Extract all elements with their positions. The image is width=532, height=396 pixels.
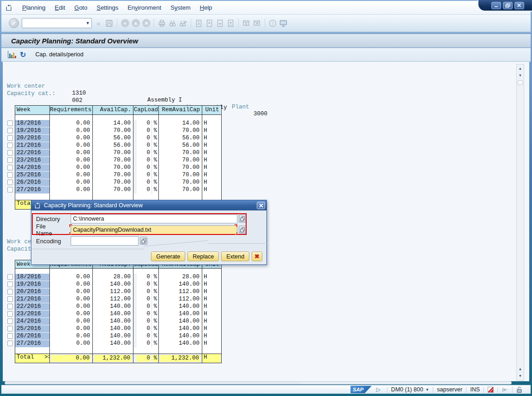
work-center-name: Assembly I [147,97,182,104]
row-select-checkbox[interactable] [7,172,13,178]
row-select-checkbox[interactable] [7,143,13,148]
col-header-availcap[interactable]: AvailCap. [93,106,133,114]
restore-button[interactable] [503,2,513,9]
col-header-unit[interactable]: Unit [202,106,221,114]
menu-item[interactable]: Environment [123,2,166,13]
generate-button[interactable]: Generate [151,252,185,261]
col-header-requirements[interactable]: Requirements [50,106,93,114]
row-select-checkbox[interactable] [7,128,13,133]
row-select-checkbox[interactable] [7,296,13,302]
performance-indicator-icon[interactable] [488,387,494,393]
cell-unit: H [202,135,221,142]
scroll-down-icon[interactable]: ▼ [517,72,524,79]
status-expand-icon[interactable]: ▷ [376,386,381,393]
cell-week: 25/2016 [15,325,50,333]
col-header-week[interactable]: Week [15,106,50,114]
filename-input[interactable]: CapacityPlanningDownload.txt [71,225,237,234]
row-select-checkbox[interactable] [7,180,13,185]
menu-item[interactable]: Help [195,2,217,13]
cap-details-period-button[interactable]: Cap. details/period [32,50,86,59]
system-menu-icon[interactable] [6,5,12,11]
menu-item[interactable]: Planning [18,2,50,13]
back-icon[interactable]: « [120,18,130,28]
horizontal-scrollbar-thumb[interactable] [6,382,301,384]
gui-layout-icon[interactable] [278,18,289,28]
previous-page-icon[interactable] [204,18,215,28]
menu-item[interactable]: System [166,2,195,13]
row-select-checkbox[interactable] [7,304,13,309]
menu-item[interactable]: Settings [92,2,123,13]
cell-unit: H [202,311,221,318]
row-select-checkbox[interactable] [7,274,13,280]
cell-week: 21/2016 [15,296,50,303]
collapse-toolbar-icon[interactable]: « [97,19,100,27]
row-select-checkbox[interactable] [7,135,13,141]
row-select-checkbox[interactable] [7,150,13,156]
create-shortcut-icon[interactable] [252,18,262,28]
next-page-icon[interactable] [215,18,225,28]
help-icon[interactable]: ? [267,18,278,28]
insert-mode-indicator[interactable]: INS [470,386,480,393]
first-page-icon[interactable] [193,18,204,28]
enter-button[interactable]: ✓ [9,18,19,28]
horizontal-scrollbar[interactable] [5,381,512,384]
command-field[interactable]: ▼ [22,18,92,28]
work-center-info-line-2: Capacity cat.: 002 Labor capacity assemb… [7,84,28,90]
exit-up-icon[interactable]: ∧ [130,18,141,28]
dialog-close-icon[interactable] [257,202,265,209]
cell-capload: 0% [133,120,159,127]
response-time-icon[interactable] [502,387,508,393]
close-window-button[interactable] [514,2,524,9]
row-select-checkbox[interactable] [7,120,13,126]
new-session-icon[interactable] [241,18,252,28]
last-page-icon[interactable] [225,18,236,28]
find-next-icon[interactable] [178,18,188,28]
row-select-checkbox[interactable] [7,318,13,324]
row-select-checkbox[interactable] [7,311,13,317]
scroll-up-icon-bottom[interactable]: ▲ [517,366,524,372]
minimize-button[interactable] [491,2,501,9]
cell-unit: H [202,172,221,179]
scroll-up-icon[interactable]: ▲ [517,66,524,72]
find-icon[interactable] [167,18,178,28]
cancel-button[interactable]: ✖ [252,252,262,261]
security-lock-icon[interactable] [516,386,522,393]
col-header-capload[interactable]: CapLoad [133,106,159,114]
row-select-checkbox[interactable] [7,165,13,170]
system-session-info[interactable]: DM0 (1) 800 [391,386,423,393]
scroll-down-icon-bottom[interactable]: ▼ [517,373,524,379]
cell-requirements: 0.00 [50,303,93,311]
cell-availcap: 70.00 [93,186,133,194]
menu-item[interactable]: Goto [70,2,92,13]
cell-availcap: 70.00 [93,172,133,179]
row-select-checkbox[interactable] [7,187,13,192]
directory-input[interactable]: C:\Innowera [71,214,237,223]
print-icon[interactable] [157,18,167,28]
system-dropdown-icon[interactable]: ▼ [425,388,429,392]
cell-capload: 0% [133,179,159,186]
filename-value-help-button[interactable] [239,226,246,234]
row-select-checkbox[interactable] [7,289,13,294]
refresh-icon[interactable]: ↻ [20,50,26,59]
row-select-checkbox[interactable] [7,341,13,346]
col-header-remavailcap[interactable]: RemAvailCap [159,106,202,114]
vertical-scrollbar[interactable]: ▲ ▼ ▲ ▼ [516,64,524,381]
menu-item[interactable]: Edit [50,2,70,13]
row-select-checkbox[interactable] [7,326,13,331]
replace-button[interactable]: Replace [187,252,219,261]
encoding-value-help-button[interactable] [140,237,147,245]
extend-button[interactable]: Extend [221,252,249,261]
vertical-scrollbar-thumb[interactable] [518,80,523,85]
dialog-title-bar[interactable]: Capacity Planning: Standard Overview [31,200,266,210]
cell-capload: 0% [133,318,159,325]
encoding-input[interactable] [71,236,139,246]
save-icon[interactable] [104,18,115,28]
percent-sign: % [152,303,158,311]
cancel-icon[interactable]: ✕ [141,18,151,28]
command-dropdown-icon[interactable]: ▼ [84,21,91,25]
row-select-checkbox[interactable] [7,157,13,163]
capacity-graphic-icon[interactable] [8,51,16,58]
row-select-checkbox[interactable] [7,282,13,287]
directory-value-help-button[interactable] [239,215,246,222]
row-select-checkbox[interactable] [7,333,13,339]
